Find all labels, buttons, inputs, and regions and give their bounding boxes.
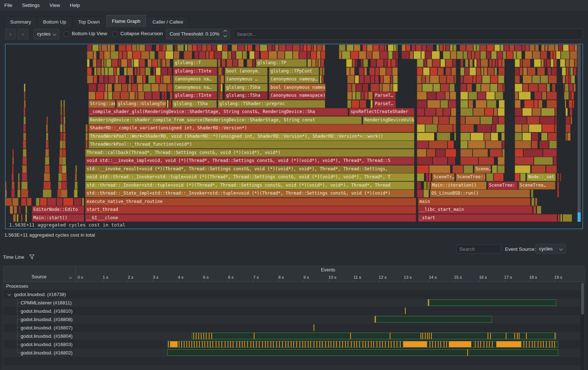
flame-bar[interactable] [485,141,502,149]
flame-bar[interactable] [417,165,429,173]
flame-bar[interactable] [63,149,66,157]
flame-bar[interactable] [476,84,481,92]
flame-bar[interactable]: glslang::TPpCont [269,67,319,75]
timeline-row-events[interactable] [76,307,580,315]
flame-graph-canvas[interactable]: glslang::Tglslang::TPglslang::TIntebool … [5,44,583,229]
flame-bar[interactable] [545,45,548,51]
menu-file[interactable]: File [1,0,16,11]
flame-bar[interactable] [562,67,566,75]
flame-bar[interactable] [369,67,375,75]
flame-bar[interactable] [554,59,557,67]
flame-bar[interactable] [223,45,228,51]
flame-bar[interactable] [496,124,505,132]
flame-bar[interactable] [46,141,49,149]
flame-bar[interactable] [473,149,488,157]
flame-bar[interactable] [531,198,534,206]
flame-bar[interactable] [479,157,494,165]
flame-bar[interactable] [515,92,518,100]
timeline-row[interactable]: Processes [3,282,585,290]
flame-bar[interactable] [497,51,502,59]
flame-bar[interactable] [453,59,456,67]
flame-bar[interactable] [46,124,48,132]
flame-bar[interactable] [170,92,173,100]
flame-bar[interactable] [174,51,179,59]
flame-bar[interactable] [488,67,494,75]
flame-bar[interactable] [105,67,108,75]
flame-bar[interactable] [533,51,540,59]
flame-bar[interactable] [350,67,355,75]
flame-bar[interactable] [569,75,571,83]
cost-type-combobox[interactable]: cycles [33,29,59,40]
flame-bar[interactable] [339,51,341,59]
flame-bar[interactable] [363,84,368,92]
flame-bar[interactable] [547,92,557,100]
flame-bar[interactable] [448,141,454,149]
flame-bar[interactable] [531,190,533,198]
flame-bar[interactable] [105,84,107,92]
flame-bar[interactable] [473,108,484,116]
flame-bar[interactable] [558,214,560,222]
flame-bar[interactable] [534,59,541,67]
flame-bar[interactable] [247,59,252,67]
flame-bar[interactable] [184,51,192,59]
flame-bar[interactable] [569,67,570,75]
flame-bar[interactable] [560,59,565,67]
flame-bar[interactable] [347,100,351,108]
flame-bar[interactable] [75,165,77,173]
flame-bar[interactable] [446,59,452,67]
event-source-combobox[interactable]: cycles [535,244,566,254]
flame-bar[interactable] [519,67,523,75]
flame-bar[interactable] [447,75,454,83]
flame-bar[interactable] [106,59,111,67]
flame-bar[interactable] [222,51,228,59]
flame-bar[interactable] [515,141,531,149]
flame-bar[interactable] [448,157,455,165]
flame-bar[interactable] [320,75,322,83]
flame-bar[interactable] [471,133,484,141]
flame-bar[interactable] [460,157,478,165]
flame-bar[interactable] [509,45,514,51]
flame-bar[interactable] [425,108,436,116]
timeline-row-events[interactable] [76,340,580,349]
flame-bar[interactable] [323,67,324,75]
flame-bar[interactable] [132,84,137,92]
flame-bar[interactable] [498,67,505,75]
flame-bar[interactable] [245,45,247,51]
flame-bar[interactable] [517,51,522,59]
flame-bar[interactable] [534,92,542,100]
flame-bar[interactable] [565,84,568,92]
flame-bar[interactable] [527,67,535,75]
flame-bar[interactable] [465,67,469,75]
flame-bar[interactable] [406,45,410,51]
flame-bar[interactable] [566,75,569,83]
flame-bar[interactable] [473,75,476,83]
flame-bar[interactable] [552,84,555,92]
flame-bar[interactable] [557,190,559,198]
flame-bar[interactable] [531,141,538,149]
flame-bar[interactable] [490,75,498,83]
flame-bar[interactable] [40,198,47,206]
flame-bar[interactable] [112,59,118,67]
flame-bar[interactable]: _compile_shader_glsl(RenderingDevice::Sh… [88,108,348,116]
flame-bar[interactable] [504,45,509,51]
flame-bar[interactable] [533,206,536,214]
flame-bar[interactable] [537,67,545,75]
flame-bar[interactable] [535,198,537,206]
flame-bar[interactable] [175,45,177,51]
timeline-row-label[interactable]: godot.linuxbsd. (#16803) [21,340,73,349]
flame-bar[interactable] [255,45,260,51]
flame-bar[interactable] [227,59,232,67]
flame-bar[interactable] [87,51,93,59]
flame-bar[interactable] [63,116,65,124]
flame-bar[interactable] [482,75,490,83]
flame-bar[interactable] [421,51,425,59]
flame-bar[interactable] [138,92,144,100]
flame-bar[interactable] [108,92,112,100]
flame-bar[interactable]: bool (anonymous namespace [269,84,326,92]
flame-bar[interactable] [523,149,543,157]
flame-bar[interactable] [450,45,453,51]
flame-bar[interactable] [94,51,96,59]
flame-bar[interactable] [503,51,506,59]
flame-bar[interactable] [17,214,18,222]
flame-bar[interactable] [370,59,376,67]
